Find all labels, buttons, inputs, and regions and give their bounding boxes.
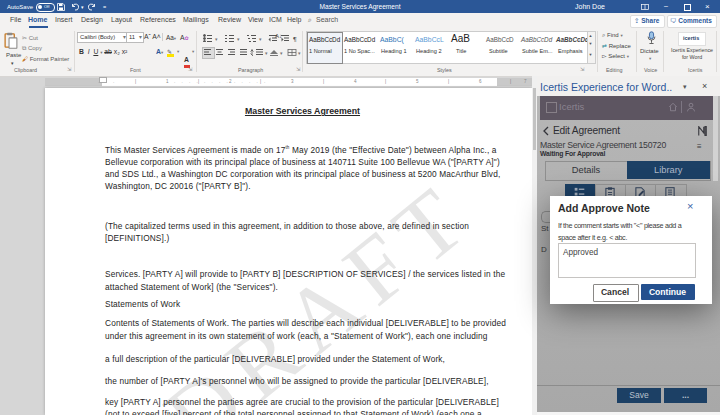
svg-text:▾: ▾ [259, 36, 262, 42]
svg-text:¶: ¶ [293, 36, 297, 43]
svg-text:▾: ▾ [237, 36, 240, 42]
svg-text:▾: ▾ [280, 50, 283, 56]
svg-text:▾: ▾ [265, 50, 268, 56]
svg-text:▾: ▾ [298, 50, 301, 56]
svg-text:▾: ▾ [215, 36, 218, 42]
